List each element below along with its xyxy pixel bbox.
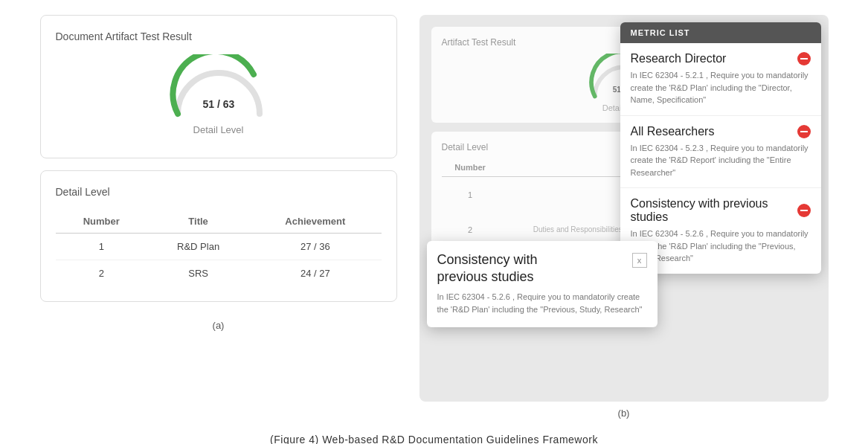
close-button[interactable]: x xyxy=(632,253,647,268)
metric-item-1-title: Research Director xyxy=(631,52,727,65)
metric-item-1-desc: In IEC 62304 - 5.2.1 , Require you to ma… xyxy=(631,69,811,106)
metric-item-2-header: All Researchers xyxy=(631,125,811,138)
consistency-desc: In IEC 62304 - 5.2.6 , Require you to ma… xyxy=(437,291,647,317)
figure-caption: (Figure 4) Web-based R&D Documentation G… xyxy=(270,434,598,444)
bg-col-number: Number xyxy=(442,158,499,177)
row2-number: 2 xyxy=(56,260,148,287)
metric-item-3-title: Consistency with previous studies xyxy=(631,197,791,224)
metric-item-1: Research Director In IEC 62304 - 5.2.1 ,… xyxy=(620,43,821,116)
gauge-detail-label-a: Detail Level xyxy=(193,124,244,135)
row1-title: R&D Plan xyxy=(147,234,249,260)
metric-item-1-header: Research Director xyxy=(631,52,811,65)
remove-icon-1[interactable] xyxy=(797,52,811,65)
gauge-svg-a: 51 / 63 xyxy=(167,54,271,121)
svg-text:51 / 63: 51 / 63 xyxy=(202,98,234,110)
figure-a: Document Artifact Test Result 51 / 63 De… xyxy=(40,15,397,419)
figure-b: Artifact Test Result 51 / 63 Detail Leve… xyxy=(419,15,829,419)
close-icon: x xyxy=(637,256,642,265)
remove-icon-2[interactable] xyxy=(797,125,811,138)
gauge-container-a: 51 / 63 Detail Level xyxy=(56,54,382,135)
row2-achievement: 24 / 27 xyxy=(249,260,381,287)
metric-item-2-title: All Researchers xyxy=(631,125,715,138)
col-header-achievement-a: Achievement xyxy=(249,210,381,234)
consistency-header: Consistency withprevious studies x xyxy=(437,251,647,286)
row2-title: SRS xyxy=(147,260,249,287)
bottom-card-a-title: Detail Level xyxy=(56,186,382,198)
metric-list-popup[interactable]: METRIC LIST Research Director In IEC 623… xyxy=(620,22,821,274)
remove-icon-3[interactable] xyxy=(797,204,811,217)
metric-list-header: METRIC LIST xyxy=(620,22,821,43)
metric-item-2: All Researchers In IEC 62304 - 5.2.3 , R… xyxy=(620,116,821,189)
metric-item-3-desc: In IEC 62304 - 5.2.6 , Require you to ma… xyxy=(631,228,811,265)
bottom-card-a: Detail Level Number Title Achievement 1 … xyxy=(40,170,397,302)
table-row: 1 R&D Plan 27 / 36 xyxy=(56,234,382,260)
top-card-a-title: Document Artifact Test Result xyxy=(56,30,382,42)
consistency-title: Consistency withprevious studies xyxy=(437,251,538,286)
table-row: 2 SRS 24 / 27 xyxy=(56,260,382,287)
figure-b-label: (b) xyxy=(618,408,630,419)
col-header-title-a: Title xyxy=(147,210,249,234)
top-card-a: Document Artifact Test Result 51 / 63 De… xyxy=(40,15,397,158)
figure-a-label: (a) xyxy=(213,320,225,331)
detail-table-a: Number Title Achievement 1 R&D Plan 27 /… xyxy=(56,210,382,286)
bg-row1-number: 1 xyxy=(442,177,499,213)
figure-b-background: Artifact Test Result 51 / 63 Detail Leve… xyxy=(419,15,829,402)
metric-item-2-desc: In IEC 62304 - 5.2.3 , Require you to ma… xyxy=(631,142,811,179)
consistency-popup: Consistency withprevious studies x In IE… xyxy=(427,241,658,327)
row1-number: 1 xyxy=(56,234,148,260)
col-header-number-a: Number xyxy=(56,210,148,234)
metric-item-3-header: Consistency with previous studies xyxy=(631,197,811,224)
row1-achievement: 27 / 36 xyxy=(249,234,381,260)
